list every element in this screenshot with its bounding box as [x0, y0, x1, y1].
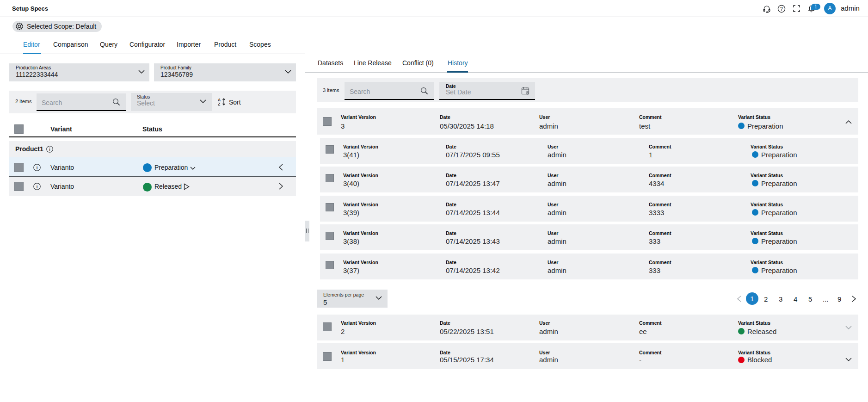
svg-text:i: i [49, 147, 50, 152]
svg-text:i: i [37, 184, 38, 189]
svg-text:i: i [37, 165, 38, 170]
svg-text:Z: Z [218, 102, 220, 106]
svg-text:?: ? [780, 6, 783, 12]
